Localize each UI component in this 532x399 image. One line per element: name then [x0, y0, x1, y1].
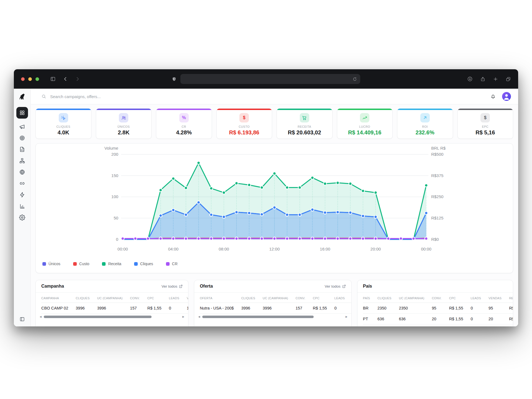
column-header: CLIQUES	[76, 293, 97, 303]
column-header: VENDAS	[187, 293, 188, 303]
shield-icon[interactable]	[172, 76, 177, 82]
legend-item: Cliques	[134, 262, 153, 266]
svg-text:200: 200	[111, 152, 118, 157]
kpi-value: R$ 6.193,86	[229, 129, 259, 136]
sidebar-item-link[interactable]	[19, 180, 26, 187]
avatar[interactable]	[502, 92, 511, 101]
table-title: Oferta	[200, 284, 213, 289]
scroll-left-icon[interactable]: ◀	[198, 316, 200, 318]
sidebar-toggle-icon[interactable]	[50, 76, 56, 82]
svg-text:12:00: 12:00	[269, 247, 280, 251]
close-button[interactable]	[21, 77, 25, 81]
column-header: LEADS	[169, 293, 187, 303]
legend-label: CR	[172, 262, 178, 266]
svg-text:50: 50	[114, 216, 118, 220]
sidebar-item-zap[interactable]	[19, 191, 26, 198]
scrollbar-thumb[interactable]	[202, 316, 314, 318]
refresh-icon[interactable]	[353, 77, 357, 81]
svg-text:R$125: R$125	[431, 216, 443, 220]
legend-item: Únicos	[42, 262, 60, 266]
legend-label: Únicos	[48, 262, 60, 266]
column-header: OFERTA	[200, 293, 241, 303]
table-title: País	[363, 284, 372, 289]
search-input[interactable]	[50, 94, 167, 99]
file-code-icon	[19, 146, 25, 152]
scroll-left-icon[interactable]: ◀	[40, 316, 42, 318]
url-bar[interactable]	[180, 74, 360, 84]
sidebar-item-dashboard-grid[interactable]	[16, 107, 28, 119]
panel-left-icon[interactable]	[19, 316, 26, 323]
ver-todos-link[interactable]: Ver todos	[162, 284, 183, 288]
svg-text:0: 0	[116, 237, 118, 242]
table-row: Nutra - USA - 200$39963996157R$ 1,550157	[200, 303, 351, 314]
hierarchy-icon	[19, 158, 25, 164]
svg-text:Volume: Volume	[104, 146, 118, 150]
table-title: Campanha	[41, 284, 64, 289]
legend-chip	[102, 262, 106, 266]
column-header: UC (CAMPANHA)	[263, 293, 296, 303]
kpi-label: EPC	[482, 125, 488, 128]
column-header: CPC	[147, 293, 169, 303]
tabs-icon[interactable]	[506, 76, 511, 82]
trend-up-icon	[360, 113, 369, 122]
ver-todos-link[interactable]: Ver todos	[325, 284, 346, 288]
target-icon	[19, 135, 25, 141]
search-bar[interactable]	[41, 94, 490, 99]
share-icon[interactable]	[480, 76, 485, 82]
table-card-campanha: Campanha Ver todos CAMPANHACLIQUESUC (CA…	[35, 280, 188, 326]
kpi-label: RECEITA	[298, 125, 311, 128]
app-topbar	[31, 89, 518, 104]
scroll-right-icon[interactable]: ▶	[182, 316, 184, 318]
horizontal-scrollbar: ◀ ▶	[40, 314, 184, 319]
minimize-button[interactable]	[28, 77, 32, 81]
new-tab-icon[interactable]	[493, 76, 498, 82]
kpi-card-receita: RECEITA R$ 20.603,02	[277, 108, 332, 139]
scroll-right-icon[interactable]: ▶	[346, 316, 347, 318]
download-icon[interactable]	[467, 76, 473, 82]
svg-text:04:00: 04:00	[168, 247, 178, 251]
kpi-card-epc: $ EPC R$ 5,16	[457, 108, 513, 139]
bell-icon[interactable]	[490, 94, 496, 99]
kpi-value: R$ 20.603,02	[288, 129, 321, 136]
browser-window: CLIQUES 4.0K ÚNICOS 2.8K % CR 4.28% $ CU…	[14, 69, 518, 326]
svg-text:R$375: R$375	[431, 173, 443, 178]
svg-text:BRL R$: BRL R$	[431, 146, 446, 150]
sidebar-item-bar-chart[interactable]	[19, 203, 26, 209]
svg-text:16:00: 16:00	[320, 247, 330, 251]
kpi-value: 4.28%	[176, 129, 192, 136]
column-header: RECEITA (CO	[509, 293, 513, 303]
column-header: LEADS	[334, 293, 351, 303]
sidebar-item-target[interactable]	[19, 135, 26, 141]
kpi-value: 4.0K	[58, 129, 69, 136]
scrollbar-thumb[interactable]	[44, 316, 152, 318]
external-link-icon	[342, 285, 346, 288]
kpi-card-cr: % CR 4.28%	[156, 108, 212, 139]
kpi-label: LUCRO	[359, 125, 370, 128]
svg-text:20:00: 20:00	[370, 247, 381, 251]
cart-icon	[300, 113, 309, 122]
sidebar-item-globe[interactable]	[19, 169, 26, 175]
table-card-oferta: Oferta Ver todos OFERTACLIQUESUC (CAMPAN…	[194, 280, 352, 326]
sidebar-item-gear[interactable]	[19, 214, 26, 221]
svg-text:R$500: R$500	[431, 152, 443, 157]
forward-icon[interactable]	[75, 76, 80, 81]
svg-text:00:00: 00:00	[421, 247, 431, 251]
column-header: UC (CAMPANHA)	[399, 293, 432, 303]
bar-chart-icon	[19, 203, 25, 209]
url-input[interactable]	[184, 76, 353, 81]
volume-chart[interactable]: 200R$500150R$375100R$25050R$1250R$0Volum…	[36, 144, 513, 257]
zoom-button[interactable]	[35, 77, 39, 81]
column-header: CLIQUES	[241, 293, 263, 303]
column-header: CPC	[313, 293, 334, 303]
external-link-icon	[179, 285, 183, 288]
column-header: CONV.	[432, 293, 449, 303]
back-icon[interactable]	[63, 76, 68, 81]
kpi-value: R$ 14.409,16	[348, 129, 381, 136]
sidebar-item-megaphone[interactable]	[19, 123, 26, 130]
sidebar-item-file-code[interactable]	[19, 146, 26, 153]
app-logo[interactable]	[14, 89, 30, 104]
column-header: UC (CAMPANHA)	[97, 293, 130, 303]
kpi-value: 232.6%	[416, 129, 434, 136]
column-header: CONV.	[296, 293, 313, 303]
sidebar-item-hierarchy[interactable]	[19, 157, 26, 164]
